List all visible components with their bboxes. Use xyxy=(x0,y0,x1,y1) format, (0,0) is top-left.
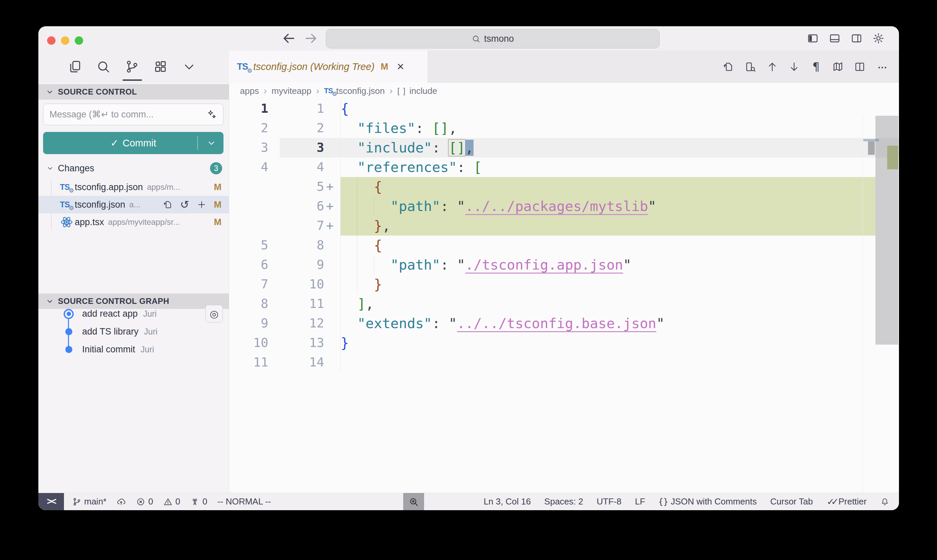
status-item-utf-8[interactable]: UTF-8 xyxy=(597,496,622,507)
source-control-section-header[interactable]: SOURCE CONTROL xyxy=(38,84,229,100)
status-item-bell[interactable] xyxy=(880,497,889,506)
diff-added-marker xyxy=(324,235,340,255)
minimize-window-button[interactable] xyxy=(61,36,69,45)
breadcrumb-item-tsconfig.json[interactable]: TS⚙tsconfig.json xyxy=(324,86,385,96)
commit-graph-list: add react appJuriadd TS libraryJuriIniti… xyxy=(38,305,229,358)
open-changes-icon[interactable] xyxy=(723,61,734,73)
code-text: "path": "../../packages/mytslib" xyxy=(340,197,875,216)
status-item-prettier[interactable]: ✓✓Prettier xyxy=(826,496,867,507)
commit-message-placeholder: Message (⌘↵ to comm... xyxy=(49,109,154,120)
old-line-number: 10 xyxy=(229,333,280,353)
new-line-number: 5 xyxy=(280,177,324,197)
code-line[interactable]: 11{ xyxy=(229,99,899,118)
status-item-0[interactable]: 0 xyxy=(136,496,153,507)
status-item-0[interactable]: 0 xyxy=(163,496,180,507)
layout-sidebar-left-icon[interactable] xyxy=(807,32,819,45)
commit-row[interactable]: Initial commitJuri xyxy=(38,341,229,358)
status-item-cloud-upload[interactable] xyxy=(117,497,126,506)
breadcrumb-item-apps[interactable]: apps xyxy=(240,86,259,96)
code-line[interactable]: 69 "path": "./tsconfig.app.json" xyxy=(229,255,899,275)
status-item-spaces-2[interactable]: Spaces: 2 xyxy=(544,496,583,507)
tab-close-icon[interactable]: × xyxy=(397,61,404,73)
line-right: 8 { xyxy=(280,235,899,255)
code-line[interactable]: 710 } xyxy=(229,275,899,294)
status-item--normal-[interactable]: -- NORMAL -- xyxy=(217,496,271,507)
sparkle-icon[interactable] xyxy=(206,109,217,120)
code-text: }, xyxy=(340,216,875,235)
status-item-cursor-tab[interactable]: Cursor Tab xyxy=(771,496,813,507)
status-item-label: UTF-8 xyxy=(597,496,622,507)
new-line-number: 12 xyxy=(280,314,324,333)
map-icon[interactable] xyxy=(832,61,844,73)
status-item-lf[interactable]: LF xyxy=(635,496,645,507)
status-item-label: 0 xyxy=(148,496,153,507)
commit-button[interactable]: ✓ Commit xyxy=(43,132,223,154)
files-icon[interactable] xyxy=(67,59,82,74)
layout-panel-icon[interactable] xyxy=(829,32,841,45)
code-line[interactable]: 6+ "path": "../../packages/mytslib" xyxy=(229,197,899,216)
zoom-indicator[interactable] xyxy=(403,493,424,510)
changed-file-tsconfig.app.json[interactable]: TS⚙tsconfig.app.jsonapps/m...M xyxy=(38,178,229,196)
code-line[interactable]: 811 ], xyxy=(229,294,899,314)
tab-tsconfig-working-tree[interactable]: TS⚙ tsconfig.json (Working Tree) M × xyxy=(229,51,428,83)
code-line[interactable]: 5+ { xyxy=(229,177,899,197)
file-name: tsconfig.app.json xyxy=(75,182,143,192)
code-line[interactable]: 1013} xyxy=(229,333,899,353)
code-line[interactable]: 1114 xyxy=(229,353,899,372)
extensions-icon[interactable] xyxy=(153,59,168,74)
file-status-badge: M xyxy=(214,182,222,192)
gear-icon[interactable] xyxy=(872,32,885,45)
search-icon[interactable] xyxy=(96,59,111,74)
code-line[interactable]: 58 { xyxy=(229,235,899,255)
commit-row[interactable]: add TS libraryJuri xyxy=(38,323,229,341)
source-control-icon[interactable] xyxy=(125,59,139,74)
forward-arrow-icon[interactable] xyxy=(303,31,318,46)
command-center-search[interactable]: tsmono xyxy=(326,29,660,48)
changes-header[interactable]: Changes 3 xyxy=(38,161,229,176)
layout-sidebar-right-icon[interactable] xyxy=(851,32,863,45)
code-area[interactable]: 11{22 "files": [],33 "include": [],44 "r… xyxy=(229,99,899,493)
close-window-button[interactable] xyxy=(47,36,55,45)
changed-file-app.tsx[interactable]: app.tsxapps/myviteapp/sr...M xyxy=(38,213,229,231)
tab-title: tsconfig.json (Working Tree) xyxy=(254,61,375,72)
commit-dropdown-chevron-icon[interactable] xyxy=(207,138,216,148)
array-icon: [ ] xyxy=(397,86,406,95)
commit-row[interactable]: add react appJuri xyxy=(38,305,229,323)
discard-icon[interactable]: ↺ xyxy=(180,200,190,210)
indent-guide xyxy=(357,177,357,197)
source-control-title: SOURCE CONTROL xyxy=(58,87,137,97)
status-item-main-[interactable]: main* xyxy=(72,496,106,507)
breadcrumb-item-myviteapp[interactable]: myviteapp xyxy=(272,86,312,96)
commit-message: add TS library xyxy=(82,326,138,337)
file-name: app.tsx xyxy=(75,217,104,228)
status-item-label: -- NORMAL -- xyxy=(217,496,271,507)
new-line-number: 8 xyxy=(280,235,324,255)
code-text: "references": [ xyxy=(340,157,875,177)
code-line[interactable]: 7+ }, xyxy=(229,216,899,235)
remote-indicator[interactable]: >< xyxy=(38,493,64,511)
chevron-down-icon[interactable] xyxy=(182,59,197,74)
pilcrow-icon[interactable]: ¶ xyxy=(810,61,822,73)
inline-view-icon[interactable] xyxy=(745,61,756,73)
maximize-window-button[interactable] xyxy=(75,36,83,45)
back-arrow-icon[interactable] xyxy=(282,31,296,46)
arrow-down-icon[interactable] xyxy=(788,61,800,73)
checkout-target-icon[interactable]: ◎ xyxy=(205,305,223,322)
open-changes-icon[interactable] xyxy=(163,200,173,210)
changes-file-list: TS⚙tsconfig.app.jsonapps/m...MTS⚙tsconfi… xyxy=(38,178,229,231)
breadcrumb-item-include[interactable]: [ ]include xyxy=(397,86,437,96)
code-line[interactable]: 44 "references": [ xyxy=(229,157,899,177)
code-line[interactable]: 22 "files": [], xyxy=(229,118,899,138)
code-line[interactable]: 912 "extends": "../../tsconfig.base.json… xyxy=(229,314,899,333)
arrow-up-icon[interactable] xyxy=(766,61,778,73)
changed-file-tsconfig.json[interactable]: TS⚙tsconfig.jsona...↺M xyxy=(38,196,229,213)
split-editor-icon[interactable] xyxy=(854,61,866,73)
status-item-0[interactable]: 0 xyxy=(190,496,207,507)
code-line[interactable]: 33 "include": [], xyxy=(229,138,899,157)
stage-icon[interactable] xyxy=(197,200,207,210)
line-right: 2 "files": [], xyxy=(280,118,899,138)
status-item-ln-3-col-16[interactable]: Ln 3, Col 16 xyxy=(484,496,531,507)
more-icon[interactable]: ··· xyxy=(876,61,888,73)
status-item-json-with-comments[interactable]: {}JSON with Comments xyxy=(659,496,757,507)
commit-message-input[interactable]: Message (⌘↵ to comm... xyxy=(43,104,223,125)
